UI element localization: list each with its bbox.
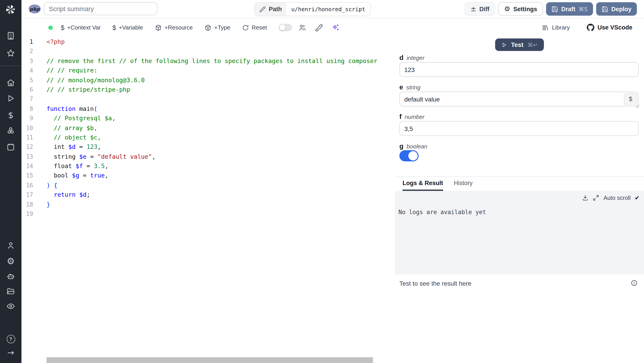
variable-picker-button[interactable]: $ xyxy=(624,93,637,105)
result-area: Test to see the result here xyxy=(395,275,644,363)
line-content: // // require: xyxy=(46,66,98,75)
windmill-logo-icon[interactable] xyxy=(4,3,16,16)
code-line[interactable]: 4// // require: xyxy=(22,66,392,75)
users-person-icon[interactable] xyxy=(6,241,15,250)
code-line[interactable]: 9 // Postgresql $a, xyxy=(22,114,392,123)
auto-scroll-checkbox[interactable]: ✔ xyxy=(634,194,640,201)
line-content: function main( xyxy=(46,104,98,114)
line-number: 5 xyxy=(22,75,33,85)
library-button[interactable]: Library xyxy=(542,24,570,31)
code-line[interactable]: 8function main( xyxy=(22,104,392,114)
language-server-status-dot xyxy=(48,25,53,30)
reset-button[interactable]: Reset xyxy=(242,24,267,31)
tab-logs-result[interactable]: Logs & Result xyxy=(402,177,443,191)
test-run-button[interactable]: Test ⌘↵ xyxy=(495,38,544,51)
code-line[interactable]: 16) { xyxy=(22,181,392,190)
ai-sparkles-icon[interactable] xyxy=(332,23,340,31)
code-line[interactable]: 6// // stripe/stripe-php xyxy=(22,85,392,94)
code-line[interactable]: 17 return $d; xyxy=(22,190,392,200)
audit-eye-icon[interactable] xyxy=(6,302,15,311)
draft-button[interactable]: Draft ⌘S xyxy=(546,2,593,16)
toolbar-left-group: $ +Context Var $ +Variable +Resource +Ty… xyxy=(48,18,340,37)
workspace-building-icon[interactable] xyxy=(6,31,15,40)
resize-handle-icon[interactable] xyxy=(636,104,640,108)
schedules-calendar-icon[interactable] xyxy=(6,143,15,152)
line-number: 16 xyxy=(22,181,33,190)
expand-sidebar-arrow-icon[interactable]: → xyxy=(6,348,15,357)
line-number: 12 xyxy=(22,142,33,152)
line-number: 2 xyxy=(22,47,33,56)
field-input-e[interactable] xyxy=(399,92,639,106)
deploy-button[interactable]: Deploy xyxy=(596,2,637,16)
code-line[interactable]: 18} xyxy=(22,200,392,209)
add-variable-button[interactable]: $ +Variable xyxy=(112,24,143,31)
play-icon xyxy=(501,42,507,48)
code-line[interactable]: 13 string $e = "default value", xyxy=(22,152,392,161)
code-editor[interactable]: 1<?php23// remove the first // of the fo… xyxy=(22,37,395,363)
code-line[interactable]: 1<?php xyxy=(22,37,392,47)
pencil-icon xyxy=(260,6,266,12)
field-input-d[interactable] xyxy=(399,62,639,77)
home-icon[interactable] xyxy=(6,78,15,87)
field-label-f: f number xyxy=(399,113,424,120)
code-line[interactable]: 2 xyxy=(22,47,392,56)
variables-dollar-icon[interactable]: $ xyxy=(6,110,15,119)
favorites-star-icon[interactable] xyxy=(6,49,15,58)
diff-button[interactable]: ± Diff xyxy=(465,2,495,16)
line-number: 10 xyxy=(22,123,33,133)
code-line[interactable]: 7 xyxy=(22,94,392,104)
settings-button[interactable]: ⚙ Settings xyxy=(498,2,543,16)
code-line[interactable]: 19 xyxy=(22,209,392,219)
add-type-button[interactable]: +Type xyxy=(204,24,230,31)
line-number: 1 xyxy=(22,37,33,47)
no-logs-message: No logs are available yet xyxy=(398,209,486,215)
toggle-knob xyxy=(408,151,418,160)
windmill-script-editor: $ ⚙ ? → php xyxy=(0,0,644,363)
line-number: 19 xyxy=(22,209,33,219)
folders-icon[interactable] xyxy=(6,287,15,296)
download-logs-icon[interactable] xyxy=(582,194,589,201)
dollar-icon: $ xyxy=(61,24,64,31)
code-line[interactable]: 15 bool $g = true, xyxy=(22,171,392,181)
code-line[interactable]: 5// // monolog/monolog@3.6.0 xyxy=(22,75,392,85)
test-args-panel: Test ⌘↵ d integer e string $ xyxy=(395,37,644,363)
code-line[interactable]: 12 int $d = 123, xyxy=(22,142,392,152)
draft-shortcut: ⌘S xyxy=(578,5,588,12)
plus-minus-icon: ± xyxy=(470,5,476,13)
workers-robot-icon[interactable] xyxy=(6,272,15,281)
code-line[interactable]: 11 // object $c, xyxy=(22,133,392,142)
use-vscode-button[interactable]: Use VScode xyxy=(587,24,632,31)
code-line[interactable]: 3// remove the first // of the following… xyxy=(22,56,392,66)
script-summary-input[interactable] xyxy=(44,2,158,15)
runs-play-icon[interactable] xyxy=(6,94,15,103)
line-number: 13 xyxy=(22,152,33,161)
path-value[interactable]: u/henri/honored_script xyxy=(286,3,370,16)
code-line[interactable]: 14 float $f = 3.5, xyxy=(22,161,392,171)
line-content: float $f = 3.5, xyxy=(46,161,108,171)
tab-history[interactable]: History xyxy=(454,177,473,191)
line-content: // // stripe/stripe-php xyxy=(46,85,130,94)
add-resource-button[interactable]: +Resource xyxy=(155,24,193,31)
expand-logs-icon[interactable] xyxy=(593,194,600,201)
resources-cubes-icon[interactable] xyxy=(6,126,15,135)
code-line[interactable]: 10 // array $b, xyxy=(22,123,392,133)
field-input-f[interactable] xyxy=(399,121,639,136)
settings-gear-icon[interactable]: ⚙ xyxy=(6,257,15,266)
line-content: ) { xyxy=(46,181,58,190)
gear-icon: ⚙ xyxy=(504,5,510,12)
help-question-icon[interactable]: ? xyxy=(6,334,15,343)
sidebar-divider xyxy=(0,66,22,66)
add-context-var-button[interactable]: $ +Context Var xyxy=(61,24,101,31)
line-number: 11 xyxy=(22,133,33,142)
collaborators-users-icon[interactable] xyxy=(298,23,306,31)
script-path-field[interactable]: Path u/henri/honored_script xyxy=(254,2,371,16)
editor-toolbar: $ +Context Var $ +Variable +Resource +Ty… xyxy=(22,18,644,37)
field-toggle-g[interactable] xyxy=(399,150,418,161)
format-paintbrush-icon[interactable] xyxy=(315,23,323,31)
editor-horizontal-scrollbar[interactable] xyxy=(46,357,373,363)
info-icon[interactable] xyxy=(630,279,638,287)
field-label-e: e string xyxy=(399,83,420,91)
multiplayer-toggle[interactable] xyxy=(278,24,292,31)
field-e-wrapper: $ xyxy=(399,92,639,106)
line-content: // array $b, xyxy=(46,123,98,133)
